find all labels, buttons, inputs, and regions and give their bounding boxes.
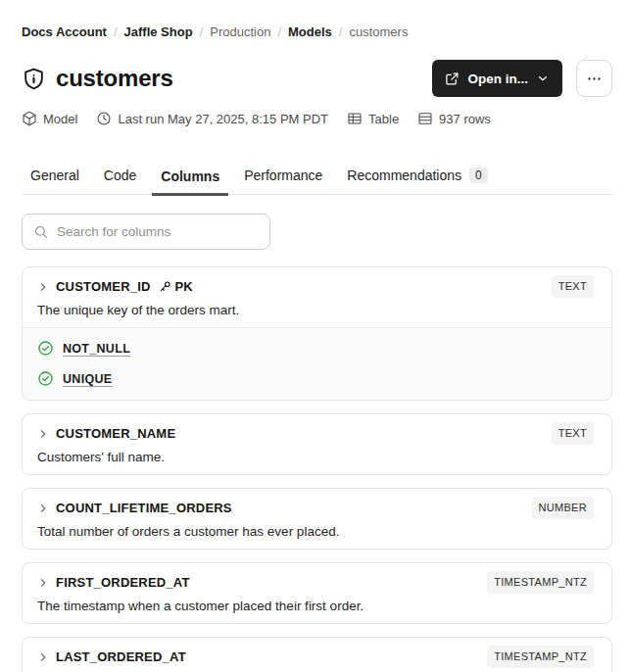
tab-columns[interactable]: Columns <box>152 168 228 196</box>
check-circle-icon <box>37 340 54 357</box>
tab-count-badge: 0 <box>469 168 488 183</box>
column-description: Total number of orders a customer has ev… <box>37 524 594 540</box>
breadcrumb-separator: / <box>200 24 204 40</box>
columns-list: CUSTOMER_ID PK TEXT The unique key of th… <box>22 266 612 672</box>
column-description: The timestamp when a customer placed the… <box>37 599 594 614</box>
column-card-top: CUSTOMER_NAME TEXT Customers' full name. <box>23 414 611 474</box>
cube-icon <box>22 111 37 126</box>
primary-key-indicator: PK <box>158 278 193 295</box>
search-box <box>22 214 270 250</box>
column-description: Customers' full name. <box>37 450 594 465</box>
tab-label: Recommendations <box>347 168 461 183</box>
open-in-label: Open in... <box>467 72 528 86</box>
shield-exclamation-icon <box>22 67 46 91</box>
chevron-right-icon <box>37 503 49 514</box>
open-in-button[interactable]: Open in... <box>432 60 562 97</box>
test-row: NOT_NULL <box>37 337 597 360</box>
title-left: customers <box>22 65 173 92</box>
column-card: CUSTOMER_NAME TEXT Customers' full name. <box>22 413 612 475</box>
meta-label: 937 rows <box>439 112 491 126</box>
column-header-row[interactable]: CUSTOMER_ID PK TEXT <box>37 275 594 298</box>
chevron-down-icon <box>536 72 550 85</box>
chevron-right-icon <box>37 577 49 589</box>
breadcrumb-item[interactable]: customers <box>349 24 408 40</box>
meta-label: Last run May 27, 2025, 8:15 PM PDT <box>118 112 328 126</box>
column-name: COUNT_LIFETIME_ORDERS <box>56 500 232 516</box>
column-card: LAST_ORDERED_AT TIMESTAMP_NTZ The timest… <box>22 637 612 672</box>
table-icon <box>347 111 363 126</box>
column-header-row[interactable]: CUSTOMER_NAME TEXT <box>37 422 594 445</box>
breadcrumb-item[interactable]: Jaffle Shop <box>124 24 193 40</box>
rows-icon <box>417 111 433 126</box>
breadcrumb-item[interactable]: Production <box>210 24 270 40</box>
tab-label: Columns <box>161 168 219 184</box>
column-type-badge: NUMBER <box>532 497 594 519</box>
meta-row: Model Last run May 27, 2025, 8:15 PM PDT… <box>22 111 612 126</box>
tab-label: Performance <box>244 168 322 183</box>
column-card-top: CUSTOMER_ID PK TEXT The unique key of th… <box>23 267 611 327</box>
column-card-top: LAST_ORDERED_AT TIMESTAMP_NTZ The timest… <box>23 638 611 672</box>
column-type-badge: TIMESTAMP_NTZ <box>487 571 594 594</box>
meta-item: 937 rows <box>417 111 491 126</box>
column-header-row[interactable]: LAST_ORDERED_AT TIMESTAMP_NTZ <box>37 646 594 668</box>
page: Docs Account/Jaffle Shop/Production/Mode… <box>0 0 630 672</box>
more-actions-button[interactable] <box>576 60 612 97</box>
column-type-badge: TIMESTAMP_NTZ <box>487 646 594 668</box>
meta-item: Table <box>347 111 399 126</box>
breadcrumb: Docs Account/Jaffle Shop/Production/Mode… <box>22 24 612 40</box>
page-title: customers <box>56 65 173 92</box>
test-link[interactable]: UNIQUE <box>63 372 112 386</box>
column-header-row[interactable]: COUNT_LIFETIME_ORDERS NUMBER <box>37 497 594 519</box>
column-name: LAST_ORDERED_AT <box>56 648 186 665</box>
test-link[interactable]: NOT_NULL <box>63 342 130 356</box>
column-card: COUNT_LIFETIME_ORDERS NUMBER Total numbe… <box>22 488 612 550</box>
title-actions: Open in... <box>432 60 612 97</box>
column-card-top: FIRST_ORDERED_AT TIMESTAMP_NTZ The times… <box>23 563 611 623</box>
column-name: FIRST_ORDERED_AT <box>56 574 190 591</box>
clock-icon <box>96 111 112 126</box>
column-name: CUSTOMER_NAME <box>56 425 175 442</box>
tab-bar: General Code Columns Performance Recomme… <box>22 168 612 195</box>
breadcrumb-item[interactable]: Docs Account <box>22 24 107 40</box>
key-icon <box>158 279 172 294</box>
column-tests: NOT_NULL UNIQUE <box>23 327 611 400</box>
column-name: CUSTOMER_ID <box>56 278 151 295</box>
column-description: The unique key of the orders mart. <box>37 303 594 318</box>
column-card: CUSTOMER_ID PK TEXT The unique key of th… <box>22 266 612 401</box>
tab-label: Code <box>104 168 136 183</box>
tab-label: General <box>30 168 79 183</box>
meta-item: Model <box>22 111 77 126</box>
tab-performance[interactable]: Performance <box>235 168 331 194</box>
column-card: FIRST_ORDERED_AT TIMESTAMP_NTZ The times… <box>22 562 612 624</box>
column-type-badge: TEXT <box>552 422 594 445</box>
search-icon <box>33 224 48 239</box>
chevron-right-icon <box>37 281 49 293</box>
column-card-top: COUNT_LIFETIME_ORDERS NUMBER Total numbe… <box>23 489 611 549</box>
chevron-right-icon <box>37 651 49 663</box>
title-row: customers Open in... <box>22 59 612 98</box>
ellipsis-icon <box>586 71 603 87</box>
chevron-right-icon <box>37 428 49 440</box>
meta-item: Last run May 27, 2025, 8:15 PM PDT <box>96 111 328 126</box>
breadcrumb-separator: / <box>114 24 118 40</box>
column-header-row[interactable]: FIRST_ORDERED_AT TIMESTAMP_NTZ <box>37 571 594 594</box>
breadcrumb-separator: / <box>339 24 343 40</box>
tab-code[interactable]: Code <box>95 168 145 194</box>
search-input[interactable] <box>57 224 259 239</box>
external-link-icon <box>445 72 460 86</box>
test-row: UNIQUE <box>37 367 597 390</box>
meta-label: Model <box>43 112 77 126</box>
tab-recommendations[interactable]: Recommendations 0 <box>338 168 496 194</box>
meta-label: Table <box>368 112 399 126</box>
check-circle-icon <box>37 370 54 387</box>
column-type-badge: TEXT <box>552 275 594 298</box>
breadcrumb-separator: / <box>277 24 281 40</box>
breadcrumb-item[interactable]: Models <box>288 24 332 40</box>
pk-label: PK <box>175 278 193 295</box>
tab-general[interactable]: General <box>22 168 88 194</box>
